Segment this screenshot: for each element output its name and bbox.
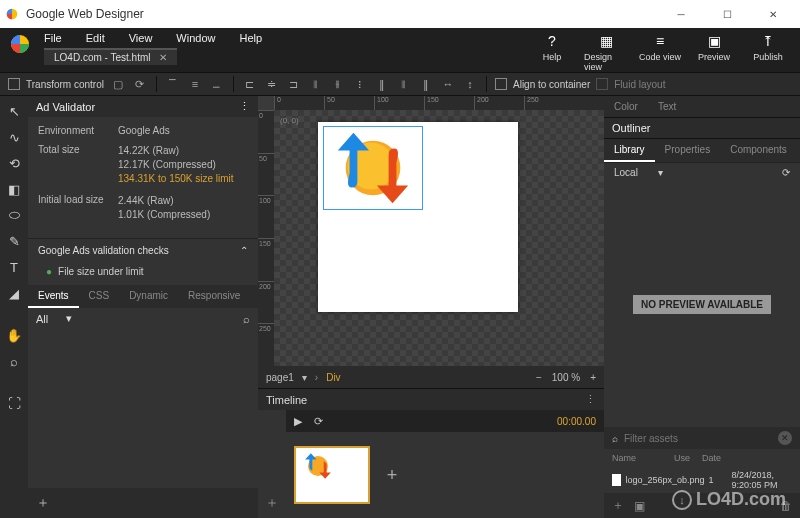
preview-label: Preview [698,52,730,62]
chevron-down-icon[interactable]: ▾ [302,372,307,383]
code-view-button[interactable]: ≡Code view [638,32,682,62]
outliner-header[interactable]: Outliner [604,117,800,138]
align-right-icon[interactable]: ⊐ [286,76,302,92]
motion-path-tool[interactable]: ∿ [3,126,25,148]
chevron-down-icon[interactable]: ▾ [658,167,663,178]
tab-css[interactable]: CSS [79,285,120,308]
zoom-tool[interactable]: ⌕ [3,350,25,372]
ad-validator-header[interactable]: Ad Validator ⋮ [28,96,258,117]
validation-checks-header[interactable]: Google Ads validation checks ⌃ [28,238,258,262]
tab-dynamic[interactable]: Dynamic [119,285,178,308]
artboard[interactable] [318,122,518,312]
window-minimize-button[interactable]: ─ [658,0,704,28]
select-tool[interactable]: ↖ [3,100,25,122]
tab-events[interactable]: Events [28,285,79,308]
space-h-icon[interactable]: ↔ [440,76,456,92]
env-value: Google Ads [118,125,248,136]
crop-icon[interactable]: ▢ [110,76,126,92]
total-warning: 134.31K to 150K size limit [118,172,248,186]
pen-tool[interactable]: ✎ [3,230,25,252]
align-top-icon[interactable]: ⎺ [165,76,181,92]
fluid-checkbox[interactable] [596,78,608,90]
tab-components[interactable]: Components [720,139,797,162]
transform-label: Transform control [26,79,104,90]
tab-library[interactable]: Library [604,139,655,162]
new-folder-button[interactable]: ▣ [634,499,645,513]
canvas-area[interactable]: 050100150200250 050100150200250 (0, 0) [258,96,604,366]
loop-button[interactable]: ⟳ [314,415,323,428]
breadcrumb-div[interactable]: Div [326,372,340,383]
distribute-vcenter-icon[interactable]: ⫵ [330,76,346,92]
add-event-row: ＋ [28,488,258,518]
tab-responsive[interactable]: Responsive [178,285,250,308]
col-date[interactable]: Date [702,453,792,463]
menu-help[interactable]: Help [239,32,262,44]
menu-edit[interactable]: Edit [86,32,105,44]
shape-tool[interactable]: ⬭ [3,204,25,226]
distribute-top-icon[interactable]: ⫴ [308,76,324,92]
col-use[interactable]: Use [674,453,702,463]
add-event-button[interactable]: ＋ [36,494,50,510]
space-v-icon[interactable]: ↕ [462,76,478,92]
panel-menu-icon[interactable]: ⋮ [239,100,250,113]
publish-button[interactable]: ⤒Publish [746,32,790,62]
selected-div[interactable] [323,126,423,210]
text-tool[interactable]: T [3,256,25,278]
page-selector[interactable]: page1 [266,372,294,383]
play-button[interactable]: ▶ [294,415,302,428]
hand-tool[interactable]: ✋ [3,324,25,346]
library-source-dropdown[interactable]: Local [614,167,638,178]
filter-assets-input[interactable] [624,433,772,444]
total-raw: 14.22K (Raw) [118,144,248,158]
col-name[interactable]: Name [612,453,674,463]
help-button[interactable]: ?Help [530,32,574,62]
clear-filter-button[interactable]: ✕ [778,431,792,445]
rotate-icon[interactable]: ⟳ [132,76,148,92]
add-keyframe-button[interactable]: + [380,463,404,487]
design-view-button[interactable]: ▦Design view [584,32,628,72]
timeline-menu-icon[interactable]: ⋮ [585,393,596,406]
total-compressed: 12.17K (Compressed) [118,158,248,172]
3d-rotate-tool[interactable]: ⟲ [3,152,25,174]
asset-list-header: Name Use Date [604,449,800,467]
align-hcenter-icon[interactable]: ≑ [264,76,280,92]
transform-checkbox[interactable] [8,78,20,90]
zoom-level[interactable]: 100 % [552,372,580,383]
zoom-out-button[interactable]: − [536,372,542,383]
events-filter-dropdown[interactable]: All▾ [36,312,72,325]
align-left-icon[interactable]: ⊏ [242,76,258,92]
distribute-left-icon[interactable]: ‖ [374,76,390,92]
close-tab-icon[interactable]: ✕ [159,52,167,63]
init-compressed: 1.01K (Compressed) [118,208,248,222]
refresh-icon[interactable]: ⟳ [782,167,790,178]
zoom-in-button[interactable]: + [590,372,596,383]
add-layer-button[interactable]: ＋ [265,494,279,512]
tag-tool[interactable]: ◧ [3,178,25,200]
distribute-right-icon[interactable]: ‖ [418,76,434,92]
tab-text[interactable]: Text [648,96,686,117]
collapse-icon[interactable]: ⌃ [240,245,248,256]
menu-view[interactable]: View [129,32,153,44]
menu-file[interactable]: File [44,32,62,44]
document-tab[interactable]: LO4D.com - Test.html ✕ [44,48,177,65]
menu-window[interactable]: Window [176,32,215,44]
tab-properties[interactable]: Properties [655,139,721,162]
init-key: Initial load size [38,194,118,222]
distribute-bottom-icon[interactable]: ⫶ [352,76,368,92]
expand-tool[interactable]: ⛶ [3,392,25,414]
align-container-checkbox[interactable] [495,78,507,90]
align-vcenter-icon[interactable]: ≡ [187,76,203,92]
no-preview-badge: NO PREVIEW AVAILABLE [633,295,771,314]
add-asset-button[interactable]: ＋ [612,497,624,514]
search-icon[interactable]: ⌕ [243,313,250,325]
tab-color[interactable]: Color [604,96,648,117]
fill-tool[interactable]: ◢ [3,282,25,304]
help-label: Help [543,52,562,62]
preview-button[interactable]: ▣Preview [692,32,736,62]
asset-use: 1 [709,475,728,485]
keyframe-thumb[interactable] [294,446,370,504]
window-maximize-button[interactable]: ☐ [704,0,750,28]
align-bottom-icon[interactable]: ⎽ [209,76,225,92]
window-close-button[interactable]: ✕ [750,0,796,28]
distribute-hcenter-icon[interactable]: ⦀ [396,76,412,92]
